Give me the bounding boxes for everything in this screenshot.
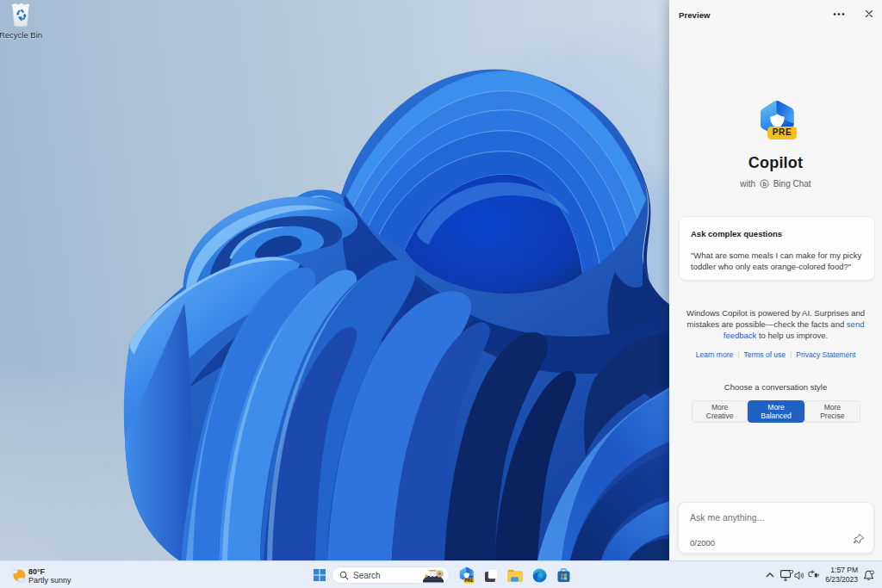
svg-text:b: b bbox=[762, 181, 766, 187]
svg-text:PRE: PRE bbox=[464, 579, 474, 583]
